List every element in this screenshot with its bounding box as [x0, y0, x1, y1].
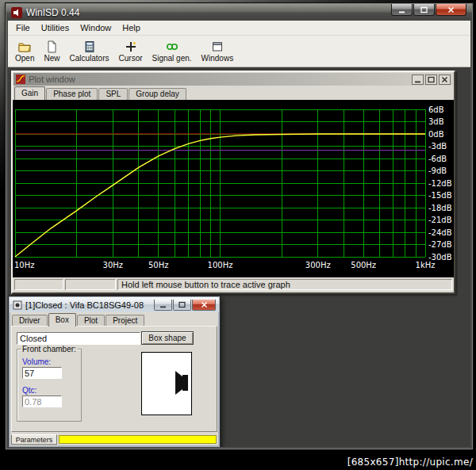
box-tab-box[interactable]: Box: [48, 313, 76, 327]
toolbar-signal-gen-button[interactable]: Signal gen.: [148, 37, 197, 65]
box-tab-driver[interactable]: Driver: [12, 315, 48, 327]
toolbar-calculators-button[interactable]: Calculators: [64, 37, 113, 65]
plot-titlebar[interactable]: Plot window: [13, 73, 453, 86]
x-tick-label: 300Hz: [305, 261, 331, 269]
close-icon: [447, 6, 455, 13]
y-tick-label: 6dB: [428, 105, 444, 114]
plot-grid: [15, 109, 425, 257]
main-client-area: FileUtilitiesWindowHelp OpenNewCalculato…: [8, 21, 470, 447]
menu-item-help[interactable]: Help: [117, 21, 146, 35]
plot-tab-bar: GainPhase plotSPLGroup delay: [13, 86, 454, 100]
close-icon: [201, 301, 208, 308]
toolbar-button-label: Cursor: [119, 54, 143, 63]
plot-window-title: Plot window: [29, 75, 412, 84]
plot-window: Plot window GainPhase plotSPLGroup delay…: [11, 71, 455, 294]
box-shape-button[interactable]: Box shape: [141, 331, 194, 345]
box-window-title: [1]Closed : Vifa BC18SG49-08: [25, 300, 153, 310]
plot-minimize-button[interactable]: [412, 75, 424, 85]
y-tick-label: -21dB: [428, 216, 452, 224]
toolbar-windows-button[interactable]: Windows: [197, 37, 239, 65]
toolbar-button-label: Open: [15, 54, 34, 63]
qtc-input[interactable]: [22, 395, 62, 407]
y-tick-label: -15dB: [428, 191, 452, 200]
box-close-button[interactable]: [192, 300, 216, 311]
winisd-main-window: WinISD 0.44 FileUtilitiesWindowHelp Open…: [5, 2, 474, 450]
box-tab-project[interactable]: Project: [106, 315, 144, 327]
plot-window-controls: [412, 75, 451, 85]
plot-tab-phase-plot[interactable]: Phase plot: [46, 88, 98, 100]
close-icon: [441, 76, 448, 83]
toolbar-cursor-button[interactable]: Cursor: [114, 37, 148, 65]
new-document-icon: [45, 40, 58, 53]
desktop: WinISD 0.44 FileUtilitiesWindowHelp Open…: [0, 0, 476, 470]
status-message-panel: Hold left mouse button to trace active g…: [117, 279, 452, 290]
maximize-icon: [178, 301, 186, 308]
box-bottom-strip: Parameters: [11, 433, 217, 445]
box-minimize-button[interactable]: [154, 300, 172, 311]
menu-item-file[interactable]: File: [10, 21, 36, 35]
parameters-tab[interactable]: Parameters: [11, 434, 57, 445]
minimize-icon: [398, 6, 405, 13]
box-window: [1]Closed : Vifa BC18SG49-08 DriverBoxPl…: [8, 296, 221, 447]
maximize-icon: [428, 76, 435, 83]
plot-close-button[interactable]: [439, 75, 451, 85]
y-tick-label: -3dB: [428, 142, 447, 151]
watermark: [685x657]http://upic.me/: [347, 457, 473, 468]
y-tick-label: -27dB: [428, 240, 452, 249]
windows-icon: [211, 40, 224, 53]
status-panel-1: [14, 279, 63, 290]
minimize-icon: [414, 76, 421, 83]
toolbar-button-label: Calculators: [69, 54, 109, 63]
box-window-icon: [13, 300, 22, 310]
menu-bar: FileUtilitiesWindowHelp: [8, 21, 470, 36]
volume-label: Volume:: [22, 357, 51, 366]
minimize-button[interactable]: [391, 4, 413, 16]
box-maximize-button[interactable]: [173, 300, 191, 311]
plot-tab-group-delay[interactable]: Group delay: [129, 88, 186, 100]
minimize-icon: [159, 301, 167, 308]
y-tick-label: 3dB: [428, 117, 444, 126]
y-tick-label: -24dB: [428, 228, 452, 237]
plot-tab-gain[interactable]: Gain: [14, 86, 45, 100]
x-tick-label: 100Hz: [208, 261, 233, 269]
volume-input[interactable]: [22, 367, 62, 379]
y-tick-label: -12dB: [428, 179, 452, 188]
calculator-icon: [83, 40, 96, 53]
toolbar-new-button[interactable]: New: [39, 37, 64, 65]
box-window-controls: [153, 300, 216, 311]
signal-generator-icon: [166, 40, 178, 53]
maximize-button[interactable]: [413, 4, 435, 16]
box-diagram: [141, 352, 192, 415]
front-chamber-label: Front chamber:: [21, 345, 78, 353]
main-titlebar[interactable]: WinISD 0.44: [6, 4, 472, 21]
box-tab-plot[interactable]: Plot: [77, 315, 105, 327]
menu-item-utilities[interactable]: Utilities: [36, 21, 75, 35]
qtc-label: Qtc:: [22, 386, 36, 395]
cursor-icon: [125, 40, 137, 53]
x-tick-label: 50Hz: [148, 261, 169, 269]
gain-plot-svg[interactable]: 6dB3dB0dB-3dB-6dB-9dB-12dB-15dB-18dB-21d…: [13, 100, 454, 277]
toolbar: OpenNewCalculatorsCursorSignal gen.Windo…: [8, 36, 470, 67]
plot-tab-spl[interactable]: SPL: [98, 88, 128, 100]
y-tick-label: -9dB: [428, 166, 447, 175]
toolbar-open-button[interactable]: Open: [10, 37, 39, 65]
plot-status-bar: Hold left mouse button to trace active g…: [13, 277, 454, 292]
box-titlebar[interactable]: [1]Closed : Vifa BC18SG49-08: [10, 297, 219, 312]
open-folder-icon: [18, 40, 31, 53]
y-tick-label: -6dB: [428, 155, 447, 163]
plot-window-icon: [16, 75, 25, 84]
mdi-area: Plot window GainPhase plotSPLGroup delay…: [8, 67, 470, 447]
maximize-icon: [420, 6, 428, 13]
toolbar-button-label: Signal gen.: [152, 54, 192, 63]
status-message: Hold left mouse button to trace active g…: [118, 280, 290, 289]
x-tick-label: 30Hz: [103, 261, 124, 269]
plot-maximize-button[interactable]: [425, 75, 437, 85]
gain-plot[interactable]: 6dB3dB0dB-3dB-6dB-9dB-12dB-15dB-18dB-21d…: [13, 100, 454, 277]
menu-item-window[interactable]: Window: [75, 21, 117, 35]
status-accent-bar: [59, 435, 217, 444]
box-tab-page: Box shape Front chamber: Volume: Qtc:: [11, 326, 217, 432]
close-button[interactable]: [436, 4, 466, 16]
main-window-controls: [390, 4, 466, 16]
box-type-input[interactable]: [17, 332, 140, 345]
winisd-app-icon: [11, 7, 22, 18]
